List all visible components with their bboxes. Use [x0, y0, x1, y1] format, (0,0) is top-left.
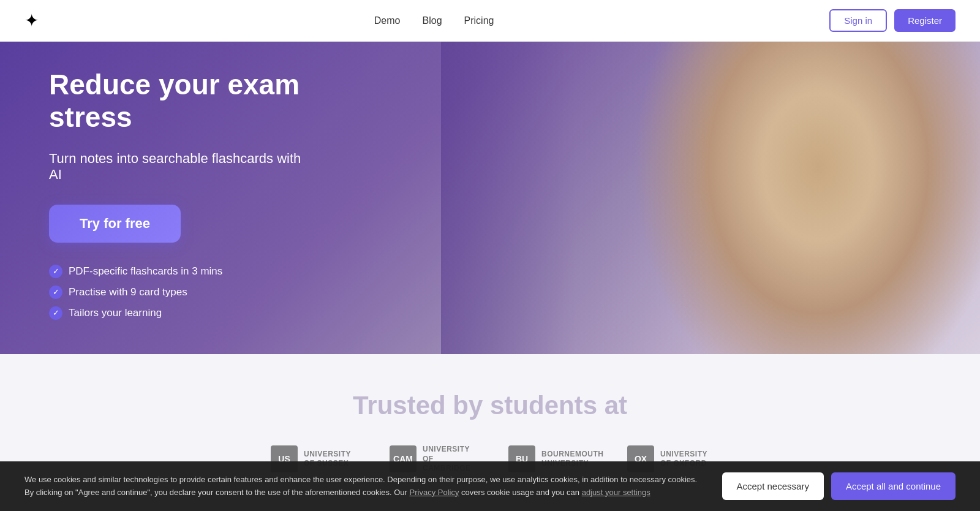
- feature-text-3: Tailors your learning: [69, 307, 162, 319]
- trusted-title: Trusted by students at: [49, 391, 931, 420]
- hero-subtitle: Turn notes into searchable flashcards wi…: [49, 151, 306, 183]
- feature-item: ✓ Practise with 9 card types: [49, 286, 306, 299]
- nav-demo[interactable]: Demo: [374, 15, 401, 26]
- hero-features-list: ✓ PDF-specific flashcards in 3 mins ✓ Pr…: [49, 265, 306, 320]
- adjust-settings-link[interactable]: adjust your settings: [582, 488, 650, 497]
- site-header: ✦ Demo Blog Pricing Sign in Register: [0, 0, 980, 42]
- feature-item: ✓ Tailors your learning: [49, 306, 306, 320]
- accept-necessary-button[interactable]: Accept necessary: [722, 472, 824, 498]
- nav-blog[interactable]: Blog: [423, 15, 442, 26]
- feature-text-1: PDF-specific flashcards in 3 mins: [69, 265, 222, 278]
- main-nav: Demo Blog Pricing: [374, 15, 494, 26]
- cookie-actions: Accept necessary Accept all and continue: [722, 472, 956, 498]
- header-actions: Sign in Register: [829, 9, 956, 32]
- privacy-policy-link[interactable]: Privacy Policy: [410, 488, 459, 497]
- try-free-button[interactable]: Try for free: [49, 205, 181, 243]
- register-button[interactable]: Register: [894, 9, 956, 32]
- hero-section: Reduce your exam stress Turn notes into …: [0, 42, 980, 354]
- signin-button[interactable]: Sign in: [829, 9, 887, 32]
- nav-pricing[interactable]: Pricing: [464, 15, 494, 26]
- accept-all-button[interactable]: Accept all and continue: [831, 472, 956, 498]
- feature-item: ✓ PDF-specific flashcards in 3 mins: [49, 265, 306, 278]
- cookie-text-3: covers cookie usage and you can: [461, 488, 582, 497]
- hero-title: Reduce your exam stress: [49, 69, 306, 134]
- check-icon-1: ✓: [49, 265, 62, 278]
- cookie-text-1: We use cookies and similar technologies …: [24, 475, 697, 484]
- feature-text-2: Practise with 9 card types: [69, 286, 187, 298]
- hero-photo-overlay: [441, 42, 980, 354]
- cookie-banner: We use cookies and similar technologies …: [0, 461, 980, 498]
- cookie-text: We use cookies and similar technologies …: [24, 474, 710, 498]
- logo[interactable]: ✦: [24, 10, 39, 31]
- check-icon-2: ✓: [49, 286, 62, 299]
- logo-icon: ✦: [24, 10, 39, 31]
- cookie-text-2: By clicking on "Agree and continue", you…: [24, 488, 407, 497]
- hero-content: Reduce your exam stress Turn notes into …: [0, 69, 355, 327]
- check-icon-3: ✓: [49, 306, 62, 320]
